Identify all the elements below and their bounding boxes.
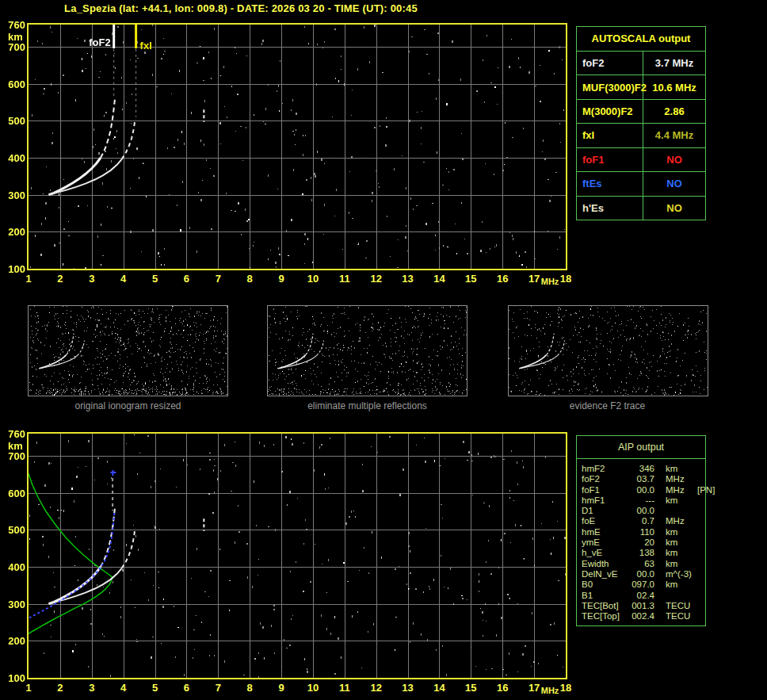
aip-row-foe: foE0.7MHz xyxy=(582,516,705,526)
aip-unit: km xyxy=(666,527,697,537)
y-tick-label-500: 500 xyxy=(2,115,25,127)
aip-gap xyxy=(654,601,666,611)
aip-unit: m^(-3) xyxy=(666,569,697,580)
aip-note xyxy=(697,611,705,622)
aip-unit: km xyxy=(666,580,697,590)
x-tick-label-1: 1 xyxy=(20,682,37,694)
aip-row-hmf2: hmF2346km xyxy=(582,464,705,474)
aip-row-b1: B102.4 xyxy=(582,591,705,601)
aip-gap xyxy=(654,495,666,506)
aip-param: hmF2 xyxy=(582,464,627,474)
aip-row-tecbot: TEC[Bot]001.3TECU xyxy=(582,601,705,611)
aip-value: 097.0 xyxy=(627,580,654,590)
thumbnail-caption-original: original ionogram resized xyxy=(28,400,228,411)
x-tick-label-6: 6 xyxy=(177,273,195,285)
aip-value: 02.4 xyxy=(627,591,654,601)
autoscala-row-fxi: fxI4.4 MHz xyxy=(577,124,705,147)
aip-value: 346 xyxy=(627,464,654,474)
thumbnail-eliminate-multiples xyxy=(267,305,467,396)
aip-row-d1: D100.0 xyxy=(582,506,705,516)
thumbnail-original-canvas xyxy=(29,306,227,396)
autoscala-row-fof1: foF1NO xyxy=(577,148,705,172)
aip-row-hve: h_vE138km xyxy=(582,548,705,558)
x-tick-label-4: 4 xyxy=(115,682,132,694)
aip-ionogram-plot xyxy=(27,432,567,679)
y-tick-label-600: 600 xyxy=(2,488,25,499)
autoscala-param-value: NO xyxy=(643,202,705,214)
x-tick-label-9: 9 xyxy=(273,682,290,694)
aip-note xyxy=(697,474,705,484)
x-tick-label-2: 2 xyxy=(52,273,69,285)
aip-row-fof2: foF203.7MHz xyxy=(582,474,705,484)
aip-row-hmf1: hmF1---km xyxy=(582,495,705,506)
y-tick-label-760: 760 xyxy=(2,428,25,440)
x-tick-label-6: 6 xyxy=(177,682,195,694)
x-tick-label-12: 12 xyxy=(368,273,385,285)
x-tick-label-11: 11 xyxy=(336,682,353,694)
thumbnail-original-ionogram xyxy=(28,305,228,396)
x-tick-label-13: 13 xyxy=(399,273,417,285)
x-tick-label-10: 10 xyxy=(304,273,322,285)
aip-value: 00.0 xyxy=(627,485,654,495)
thumbnail-caption-f2: evidence F2 trace xyxy=(508,400,707,411)
aip-unit: km xyxy=(666,464,697,474)
y-tick-label-400: 400 xyxy=(2,152,25,164)
aip-gap xyxy=(654,537,666,548)
aip-gap xyxy=(654,569,666,580)
aip-gap xyxy=(654,527,666,537)
aip-value: 002.4 xyxy=(627,611,654,622)
x-tick-label-9: 9 xyxy=(273,273,290,285)
aip-gap xyxy=(654,474,666,484)
aip-gap xyxy=(654,611,666,622)
aip-param: foF2 xyxy=(582,474,627,484)
autoscala-param-value: 4.4 MHz xyxy=(643,129,705,141)
autoscala-param-value: 2.86 xyxy=(643,105,705,117)
autoscala-row-muf3000f2: MUF(3000)F210.6 MHz xyxy=(577,75,705,99)
x-axis-unit-label: MHz xyxy=(539,686,561,695)
thumbnail-f2-trace xyxy=(508,305,708,396)
aip-gap xyxy=(654,485,666,495)
aip-value: 110 xyxy=(627,527,654,537)
x-tick-label-5: 5 xyxy=(147,273,164,285)
aip-row-delnve: DelN_vE00.0m^(-3) xyxy=(582,569,705,580)
fxi-marker-label: fxI xyxy=(140,40,152,52)
aip-note: [PN] xyxy=(697,485,715,495)
autoscala-window: La_Spezia (lat: +44.1, lon: 009.8) - DAT… xyxy=(0,0,767,700)
aip-unit: km xyxy=(666,548,697,558)
autoscala-param-value: NO xyxy=(643,178,705,189)
aip-row-fof1: foF100.0MHz[PN] xyxy=(582,485,705,495)
aip-gap xyxy=(654,516,666,526)
aip-param: TEC[Top] xyxy=(582,611,627,622)
autoscala-panel-title: AUTOSCALA output xyxy=(577,27,705,52)
page-title: La_Spezia (lat: +44.1, lon: 009.8) - DAT… xyxy=(62,2,420,14)
aip-value: 138 xyxy=(627,548,654,558)
aip-gap xyxy=(654,559,666,569)
aip-unit xyxy=(666,591,697,601)
aip-row-yme: ymE20km xyxy=(582,537,705,548)
aip-gap xyxy=(654,548,666,558)
aip-row-ewidth: Ewidth63km xyxy=(582,559,705,569)
autoscala-param-label: foF1 xyxy=(577,148,643,171)
thumbnail-f2-canvas xyxy=(509,306,708,396)
aip-note xyxy=(697,464,705,474)
aip-param: hmF1 xyxy=(582,495,627,506)
aip-unit: km xyxy=(666,495,697,506)
x-tick-label-16: 16 xyxy=(494,682,511,694)
aip-note xyxy=(697,591,705,601)
aip-note xyxy=(697,601,705,611)
aip-note xyxy=(697,527,705,537)
x-tick-label-8: 8 xyxy=(241,682,258,694)
y-tick-label-700: 700 xyxy=(2,41,25,53)
aip-gap xyxy=(654,580,666,590)
y-tick-label-200: 200 xyxy=(2,226,25,238)
autoscala-row-hes: h'EsNO xyxy=(577,197,705,220)
aip-param: foF1 xyxy=(582,485,627,495)
y-tick-label-600: 600 xyxy=(2,78,25,90)
aip-value: 001.3 xyxy=(627,601,654,611)
x-tick-label-5: 5 xyxy=(147,682,164,694)
aip-value: 20 xyxy=(627,537,654,548)
aip-row-hme: hmE110km xyxy=(582,527,705,537)
y-tick-label-500: 500 xyxy=(2,524,25,536)
x-tick-label-3: 3 xyxy=(83,682,101,694)
aip-param: TEC[Bot] xyxy=(582,601,627,611)
